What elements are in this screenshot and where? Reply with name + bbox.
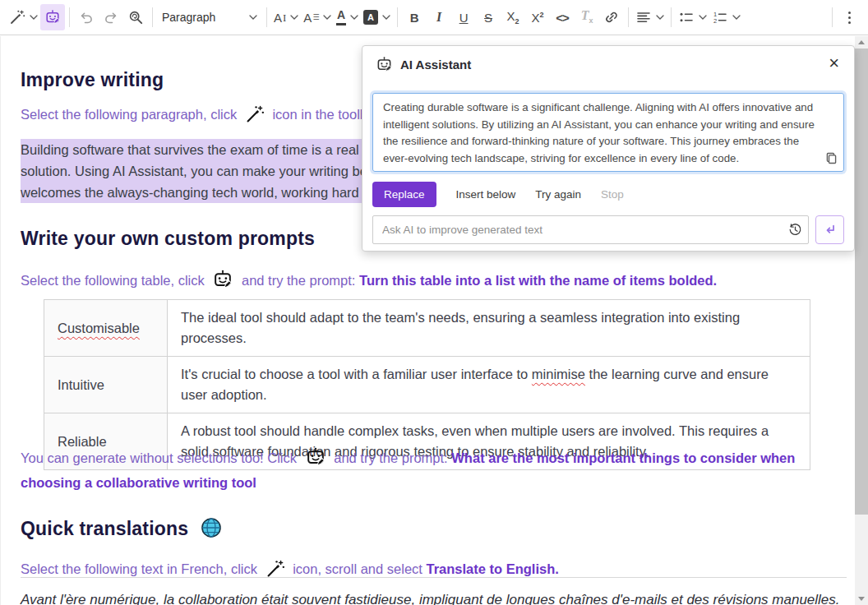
ai-response-text: Creating durable software is a significa… <box>383 101 815 164</box>
history-icon <box>787 222 803 238</box>
toolbar-separator <box>671 7 672 27</box>
align-text-icon <box>635 9 652 25</box>
font-background-dropdown[interactable]: A <box>361 4 393 30</box>
subscript-button[interactable]: X2 <box>501 4 525 30</box>
bold-glyph: B <box>410 12 419 24</box>
toolbar-separator <box>152 7 153 27</box>
prompt-history-button[interactable] <box>787 222 803 238</box>
code-button[interactable]: <> <box>550 4 575 30</box>
submit-prompt-button[interactable] <box>815 215 844 244</box>
italic-button[interactable]: I <box>427 4 451 30</box>
font-background-glyph: A <box>363 10 378 25</box>
strikethrough-glyph: S <box>484 12 492 24</box>
superscript-button[interactable]: X2 <box>525 4 550 30</box>
prompt-row <box>372 215 844 244</box>
editor-window: Paragraph AI A☰ A A B I U S X2 X2 <> Tx <box>0 0 868 605</box>
copy-icon <box>824 151 838 165</box>
bulleted-list-dropdown[interactable] <box>676 4 709 30</box>
font-size-dropdown[interactable]: AI <box>271 4 301 30</box>
copy-button[interactable] <box>823 151 839 168</box>
strikethrough-button[interactable]: S <box>476 4 501 30</box>
link-icon <box>603 9 620 25</box>
ai-response-box[interactable]: Creating durable software is a significa… <box>372 93 844 172</box>
table-cell-desc[interactable]: It's crucial to choose a tool with a fam… <box>168 357 810 413</box>
replace-button[interactable]: Replace <box>372 182 436 207</box>
scroll-up-arrow[interactable] <box>855 36 868 48</box>
chevron-down-icon <box>732 15 741 20</box>
chevron-down-icon <box>350 15 358 20</box>
font-family-dropdown[interactable]: A☰ <box>301 4 334 30</box>
horizontal-divider <box>21 577 847 578</box>
editor-toolbar: Paragraph AI A☰ A A B I U S X2 X2 <> Tx <box>0 0 868 35</box>
toolbar-overflow-button[interactable] <box>837 4 861 30</box>
scroll-down-arrow[interactable] <box>855 593 868 605</box>
bold-button[interactable]: B <box>402 4 427 30</box>
ai-prompt-input[interactable] <box>372 215 809 244</box>
ai-robot-icon <box>44 9 61 25</box>
translations-instruction: Select the following text in French, cli… <box>21 559 559 579</box>
link-button[interactable] <box>599 4 624 30</box>
remove-format-x-glyph: x <box>589 17 593 25</box>
superscript-glyph: X <box>532 11 540 25</box>
close-icon[interactable]: × <box>824 51 844 76</box>
ai-commands-dropdown-button[interactable] <box>7 4 40 30</box>
misspelled-word: minimise <box>532 367 585 381</box>
find-replace-button[interactable] <box>123 4 148 30</box>
dialog-header: AI Assistant <box>362 46 854 82</box>
remove-format-button[interactable]: Tx <box>575 4 599 30</box>
font-family-lines-glyph: ☰ <box>312 13 319 21</box>
vertical-scrollbar[interactable] <box>855 36 868 605</box>
font-family-glyph: A <box>303 12 312 24</box>
magic-wand-icon <box>245 104 265 124</box>
subscript-glyph: X <box>507 9 515 23</box>
stop-button[interactable]: Stop <box>601 188 624 201</box>
paragraph-style-dropdown[interactable]: Paragraph <box>157 4 262 30</box>
insert-below-button[interactable]: Insert below <box>456 188 516 201</box>
font-size-glyph: A <box>274 12 282 24</box>
table-row: Intuitive It's crucial to choose a tool … <box>44 357 810 413</box>
table-row: Customisable The ideal tool should adapt… <box>44 300 810 357</box>
ai-robot-icon <box>212 269 233 290</box>
dialog-title: AI Assistant <box>400 58 471 72</box>
ai-robot-icon <box>376 56 393 73</box>
numbered-list-dropdown[interactable] <box>709 4 743 30</box>
code-glyph: <> <box>556 12 569 24</box>
text-cursor-glyph: I <box>283 12 286 23</box>
redo-button[interactable] <box>99 4 123 30</box>
table-cell-name[interactable]: Intuitive <box>44 357 168 413</box>
french-paragraph[interactable]: Avant l'ère numérique, la collaboration … <box>21 592 840 605</box>
table-cell-desc[interactable]: The ideal tool should adapt to the team'… <box>168 300 810 357</box>
paragraph-style-label: Paragraph <box>162 11 215 24</box>
generate-without-selection-note: You can generate without selections too!… <box>21 446 801 495</box>
chevron-down-icon <box>382 15 390 20</box>
font-color-dropdown[interactable]: A <box>334 4 361 30</box>
toolbar-separator <box>628 7 629 27</box>
alignment-dropdown[interactable] <box>633 4 667 30</box>
scrollbar-thumb[interactable] <box>855 48 868 515</box>
numbered-list-icon <box>712 9 728 25</box>
section-heading-custom-prompts: Write your own custom prompts <box>21 228 315 250</box>
undo-button[interactable] <box>74 4 99 30</box>
dialog-actions: Replace Insert below Try again Stop <box>372 182 624 207</box>
underline-glyph: U <box>459 12 469 24</box>
font-color-glyph: A <box>336 9 346 25</box>
remove-format-glyph: T <box>581 8 589 22</box>
chevron-down-icon <box>249 15 257 20</box>
chevron-down-icon <box>699 15 707 20</box>
toolbar-separator <box>832 7 833 27</box>
features-table[interactable]: Customisable The ideal tool should adapt… <box>44 299 810 470</box>
table-cell-name: Customisable <box>58 321 140 335</box>
toolbar-separator <box>266 7 267 27</box>
find-replace-icon <box>127 9 144 25</box>
ai-assistant-button[interactable] <box>40 4 65 30</box>
chevron-down-icon <box>290 15 298 20</box>
chevron-down-icon <box>656 15 664 20</box>
chevron-down-icon <box>30 15 38 20</box>
section-heading-quick-translations: Quick translations <box>21 517 222 540</box>
try-again-button[interactable]: Try again <box>535 188 581 201</box>
section-heading-improve-writing: Improve writing <box>21 69 164 91</box>
subscript-small-glyph: 2 <box>515 17 519 25</box>
bulleted-list-icon <box>678 9 695 25</box>
magic-wand-icon <box>265 559 285 579</box>
underline-button[interactable]: U <box>451 4 476 30</box>
